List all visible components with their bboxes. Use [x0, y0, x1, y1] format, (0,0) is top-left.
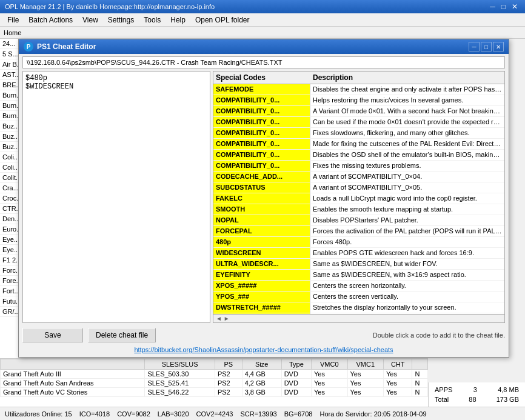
code-row[interactable]: COMPATIBILITY_0... A Variant Of mode 0×0…	[213, 106, 504, 117]
code-desc: Disables the OSD shell of the emulator's…	[310, 150, 504, 160]
cheat-text-container: $480p $WIDESCREEN	[22, 71, 210, 323]
list-item[interactable]: Cra...	[0, 183, 21, 193]
code-row[interactable]: SAFEMODE Disables the cheat engine and o…	[213, 84, 504, 95]
save-button[interactable]: Save	[22, 328, 83, 342]
code-desc: Fixes the missing textures problems.	[310, 161, 504, 171]
code-row[interactable]: WIDESCREEN Enables POPS GTE widescreen h…	[213, 248, 504, 259]
code-row[interactable]: DWSTRETCH_##### Stretches the display ho…	[213, 302, 504, 313]
main-area: 24... 5 S... Air B... AST... BRE... Burn…	[0, 39, 525, 407]
menu-open-opl-folder[interactable]: Open OPL folder	[190, 15, 255, 25]
codes-header: Special Codes Description	[213, 72, 504, 84]
status-hora: Hora do Servidor: 20:05 2018-04-09	[319, 410, 426, 418]
codes-list[interactable]: SAFEMODE Disables the cheat engine and o…	[213, 84, 504, 314]
dialog-overlay: P PS1 Cheat Editor ─ □ ✕ \\192.168.0.64\…	[18, 39, 521, 407]
list-item[interactable]: Eye...	[0, 235, 21, 245]
list-item[interactable]: GR/...	[0, 307, 21, 317]
list-item[interactable]: Fore...	[0, 276, 21, 286]
code-desc: Forces 480p.	[310, 237, 504, 247]
code-desc: Forces the activation of the PAL patcher…	[310, 226, 504, 236]
codes-header-special-label: Special Codes	[216, 73, 313, 82]
list-item[interactable]: Coli...	[0, 152, 21, 162]
list-item[interactable]: Buz...	[0, 121, 21, 132]
menu-help[interactable]: Help	[166, 15, 190, 25]
list-item[interactable]: Burn...	[0, 90, 21, 101]
list-item[interactable]: Euro...	[0, 224, 21, 235]
list-item[interactable]: Buz...	[0, 132, 21, 142]
minimize-button[interactable]: ─	[487, 2, 498, 11]
menu-view[interactable]: View	[78, 15, 103, 25]
maximize-button[interactable]: □	[499, 2, 508, 11]
codes-header-desc-label: Description	[313, 73, 493, 82]
list-item[interactable]: Fort...	[0, 286, 21, 296]
list-item[interactable]: Eye...	[0, 245, 21, 255]
code-row[interactable]: COMPATIBILITY_0... Helps restoring the m…	[213, 95, 504, 106]
dialog-minimize-button[interactable]: ─	[469, 42, 480, 52]
code-row[interactable]: FAKELC Loads a null LibCrypt magic word …	[213, 193, 504, 204]
code-desc: Centers the screen horizontally.	[310, 281, 504, 291]
code-desc: Disables POPStarters' PAL patcher.	[310, 215, 504, 225]
code-row[interactable]: YPOS_### Centers the screen vertically.	[213, 292, 504, 302]
list-item[interactable]: Buz...	[0, 142, 21, 152]
dialog-hint: Double click a code to add it to the che…	[161, 332, 505, 339]
list-item[interactable]: Colit...	[0, 173, 21, 183]
app-title-bar: OPL Manager 21.2 | By danielb Homepage:h…	[0, 0, 525, 13]
code-desc: Loads a null LibCrypt magic word into th…	[310, 193, 504, 204]
delete-cheat-file-button[interactable]: Delete cheat file	[88, 328, 156, 342]
dialog-close-button[interactable]: ✕	[493, 42, 504, 52]
list-item[interactable]: AST...	[0, 70, 21, 80]
code-row[interactable]: ULTRA_WIDESCR... Same as $WIDESCREEN, bu…	[213, 259, 504, 270]
list-item[interactable]: F1 2...	[0, 255, 21, 265]
status-ico: ICO=4018	[79, 410, 110, 418]
special-codes-link[interactable]: https://bitbucket.org/ShaolinAssassin/po…	[134, 346, 393, 353]
list-item[interactable]: Coli...	[0, 162, 21, 173]
code-name: SUBCDSTATUS	[213, 182, 310, 193]
list-item[interactable]: BRE...	[0, 80, 21, 90]
list-item[interactable]: Den...	[0, 214, 21, 224]
code-row[interactable]: SMOOTH Enables the smooth texture mappin…	[213, 204, 504, 215]
menu-file[interactable]: File	[2, 15, 24, 25]
list-item[interactable]: Croc...	[0, 193, 21, 204]
code-name: COMPATIBILITY_0...	[213, 95, 310, 105]
code-row[interactable]: COMPATIBILITY_0... Fixes slowdowns, flic…	[213, 128, 504, 139]
code-name: EYEFINITY	[213, 270, 310, 280]
list-item[interactable]: Air B...	[0, 59, 21, 70]
code-desc: Fixes slowdowns, flickering, and many ot…	[310, 128, 504, 138]
horizontal-scrollbar[interactable]: ◄ ►	[213, 314, 504, 322]
menu-batch-actions[interactable]: Batch Actions	[24, 15, 78, 25]
code-name: DWSTRETCH_#####	[213, 302, 310, 313]
code-row[interactable]: FORCEPAL Forces the activation of the PA…	[213, 226, 504, 237]
list-item[interactable]: 24...	[0, 39, 21, 49]
code-name: NOPAL	[213, 215, 310, 225]
list-item[interactable]: Forc...	[0, 265, 21, 276]
list-item[interactable]: CTR...	[0, 204, 21, 214]
list-item[interactable]: 5 S...	[0, 49, 21, 59]
code-row[interactable]: COMPATIBILITY_0... Disables the OSD shel…	[213, 150, 504, 161]
list-item[interactable]: Burn...	[0, 111, 21, 121]
list-item[interactable]: Burn...	[0, 101, 21, 111]
code-row[interactable]: XPOS_##### Centers the screen horizontal…	[213, 281, 504, 292]
code-row[interactable]: SUBCDSTATUS A variant of $COMPATIBILITY_…	[213, 182, 504, 193]
code-row[interactable]: EYEFINITY Same as $WIDESCREEN, with 3×16…	[213, 270, 504, 281]
code-name: COMPATIBILITY_0...	[213, 139, 310, 149]
list-item[interactable]: Futu...	[0, 296, 21, 307]
code-row[interactable]: COMPATIBILITY_0... Made for fixing the c…	[213, 139, 504, 150]
code-row[interactable]: NOPAL Disables POPStarters' PAL patcher.	[213, 215, 504, 226]
code-name: WIDESCREEN	[213, 248, 310, 258]
code-row[interactable]: CODECACHE_ADD... A variant of $COMPATIBI…	[213, 172, 504, 182]
status-lab: LAB=3020	[158, 410, 189, 418]
dialog-maximize-button[interactable]: □	[481, 42, 492, 52]
code-row[interactable]: 480p Forces 480p.	[213, 237, 504, 248]
status-online: Utilizadores Online: 15	[5, 410, 72, 418]
dialog-link: https://bitbucket.org/ShaolinAssassin/po…	[22, 345, 505, 355]
close-button[interactable]: ✕	[509, 2, 520, 11]
code-row[interactable]: COMPATIBILITY_0... Can be used if the mo…	[213, 117, 504, 128]
menu-settings[interactable]: Settings	[103, 15, 139, 25]
cheat-textarea[interactable]: $480p $WIDESCREEN	[22, 71, 210, 323]
code-desc: Enables POPS GTE widescreen hack and for…	[310, 248, 504, 258]
menu-tools[interactable]: Tools	[139, 15, 166, 25]
code-name: XPOS_#####	[213, 281, 310, 291]
code-desc: A variant of $COMPATIBILITY_0×05.	[310, 182, 504, 193]
code-desc: Enables the smooth texture mapping at st…	[310, 204, 504, 215]
code-row[interactable]: COMPATIBILITY_0... Fixes the missing tex…	[213, 161, 504, 172]
status-cov: COV=9082	[117, 410, 150, 418]
